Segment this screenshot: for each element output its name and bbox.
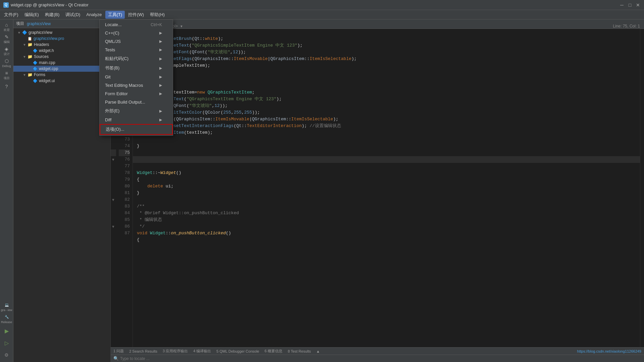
status-qml-debug[interactable]: 5 QML Debugger Console xyxy=(216,349,259,353)
cpp-arrow: ▶ xyxy=(159,31,162,35)
csdn-link[interactable]: https://blog.csdn.net/xiaolong11266249 xyxy=(577,349,641,353)
app-icon: Q xyxy=(3,2,9,8)
window-controls: ─ □ ✕ xyxy=(619,2,641,8)
sidebar-welcome[interactable]: ⌂ 欢迎 xyxy=(1,21,12,32)
text-editing-arrow: ▶ xyxy=(159,83,162,87)
menu-bar: 文件(F) 编辑(E) 构建(B) 调试(D) Analyze 工具(T) 控件… xyxy=(0,10,644,19)
qmljs-arrow: ▶ xyxy=(159,39,162,44)
build-icon: ⚙ xyxy=(4,352,10,358)
tree-pro-file[interactable]: 📋 graphicsView.pro xyxy=(13,36,110,42)
tree-widget-h[interactable]: 🔷 widget.h xyxy=(13,48,110,54)
status-expand[interactable]: ▲ xyxy=(316,349,320,353)
external-label: 外部(E) xyxy=(105,108,119,114)
sidebar-debug[interactable]: ⬡ Debug xyxy=(1,57,12,68)
form-editor-label: Form Editor xyxy=(105,91,128,96)
widget-h-icon: 🔷 xyxy=(33,49,38,53)
menu-help[interactable]: 帮助(H) xyxy=(147,11,167,19)
paste-code-arrow: ▶ xyxy=(159,57,162,61)
tests-label: Tests xyxy=(105,47,115,52)
code-content[interactable]: pleTextItem->setBrush(Qt::white); pleTex… xyxy=(133,29,640,347)
paste-code-label: 粘贴代码(C) xyxy=(105,56,128,62)
root-toggle[interactable]: ▼ xyxy=(17,31,21,35)
status-app-output[interactable]: 3 应用程序输出 xyxy=(163,349,188,354)
menu-bookmark[interactable]: 书签(B) ▶ xyxy=(100,63,173,73)
sidebar-project[interactable]: ≡ 项目 xyxy=(1,69,12,80)
menu-cpp[interactable]: C++(C) ▶ xyxy=(100,29,173,37)
close-button[interactable]: ✕ xyxy=(635,2,641,8)
menu-paste-code[interactable]: 粘贴代码(C) ▶ xyxy=(100,54,173,63)
menu-qmljs[interactable]: QML/JS ▶ xyxy=(100,37,173,46)
tree-forms-folder[interactable]: ▼ 📁 Forms xyxy=(13,72,110,78)
menu-text-editing[interactable]: Text Editing Macros ▶ xyxy=(100,81,173,89)
menu-options[interactable]: 选项(O)... xyxy=(100,124,173,135)
menu-external[interactable]: 外部(E) ▶ xyxy=(100,106,173,116)
options-label: 选项(O)... xyxy=(106,126,124,132)
project-dropdown[interactable]: graphicsView xyxy=(27,21,104,26)
menu-analyze[interactable]: Analyze xyxy=(84,11,104,18)
menu-tests[interactable]: Tests ▶ xyxy=(100,46,173,54)
menu-control[interactable]: 控件(W) xyxy=(125,11,147,19)
project-tree: ▼ 🔷 graphicsView 📋 graphicsView.pro ▼ 📁 … xyxy=(13,28,110,362)
status-test[interactable]: 8 Test Results xyxy=(288,349,311,353)
headers-label: Headers xyxy=(34,42,49,47)
root-label: graphicsView xyxy=(29,30,52,35)
tree-headers-folder[interactable]: ▼ 📁 Headers xyxy=(13,42,110,48)
edit-icon: ✎ xyxy=(4,34,10,40)
headers-toggle[interactable]: ▼ xyxy=(23,43,26,47)
sidebar-design[interactable]: ◈ 设计 xyxy=(1,45,12,56)
menu-diff[interactable]: Diff ▶ xyxy=(100,116,173,124)
menu-edit[interactable]: 编辑(E) xyxy=(22,11,42,19)
editor-tabs: widget.cpp ✕ <Select Symbol> ▼ Line: 75,… xyxy=(111,19,644,29)
run-button[interactable]: ▶ xyxy=(1,325,12,337)
root-icon: 🔷 xyxy=(22,30,27,35)
tree-root[interactable]: ▼ 🔷 graphicsView xyxy=(13,29,110,36)
kit-label: gra···iew xyxy=(1,309,12,312)
qmljs-label: QML/JS xyxy=(105,39,121,44)
menu-locate[interactable]: Locate... Ctrl+K xyxy=(100,20,173,29)
menu-parse-build[interactable]: Parse Build Output... xyxy=(100,98,173,106)
locate-shortcut: Ctrl+K xyxy=(151,22,162,27)
status-search[interactable]: 2 Search Results xyxy=(129,349,157,353)
minimize-button[interactable]: ─ xyxy=(619,2,625,8)
debug-run-button[interactable]: ▷ xyxy=(1,337,12,349)
project-header: 项目 graphicsView ▼ xyxy=(13,19,110,28)
debug-label: Debug xyxy=(2,65,11,68)
design-label: 设计 xyxy=(4,53,10,56)
tools-dropdown: Locate... Ctrl+K C++(C) ▶ QML/JS ▶ Tests… xyxy=(99,19,173,136)
search-icon: 🔍 xyxy=(113,356,119,361)
kit-selector[interactable]: 💻 gra···iew xyxy=(1,301,12,312)
window-title: widget.cpp @ graphicsView - Qt Creator xyxy=(11,2,619,7)
symbol-dropdown-arrow[interactable]: ▼ xyxy=(180,24,183,28)
menu-git[interactable]: Git ▶ xyxy=(100,73,173,81)
tree-main-cpp[interactable]: 🔷 main.cpp xyxy=(13,60,110,66)
tests-arrow: ▶ xyxy=(159,48,162,52)
locate-input[interactable] xyxy=(120,356,187,361)
code-editor[interactable]: ▼ ▼ ▼ ▼ . . xyxy=(111,29,644,347)
bookmark-arrow: ▶ xyxy=(159,66,162,70)
status-compile[interactable]: 4 编译输出 xyxy=(193,349,211,354)
tree-widget-cpp[interactable]: 🔷 widget.cpp xyxy=(13,66,110,72)
menu-file[interactable]: 文件(F) xyxy=(1,11,21,19)
tree-widget-ui[interactable]: 🔷 widget.ui xyxy=(13,78,110,84)
project-panel: 项目 graphicsView ▼ ▼ 🔷 graphicsView 📋 gra… xyxy=(13,19,111,362)
tree-sources-folder[interactable]: ▼ 📁 Sources xyxy=(13,54,110,60)
build-config[interactable]: 🔧 Release xyxy=(1,313,12,324)
widget-ui-icon: 🔷 xyxy=(33,79,38,83)
status-general[interactable]: 6 概要信息 xyxy=(265,349,282,354)
menu-build[interactable]: 构建(B) xyxy=(42,11,62,19)
sources-toggle[interactable]: ▼ xyxy=(23,55,26,59)
menu-tools[interactable]: 工具(T) xyxy=(105,11,125,19)
locate-bar: 🔍 xyxy=(111,355,644,362)
status-issues[interactable]: 1 问题 xyxy=(113,349,124,354)
build-config-icon: 🔧 xyxy=(4,314,10,320)
menu-debug[interactable]: 调试(D) xyxy=(63,11,83,19)
sidebar-help[interactable]: ? xyxy=(1,81,12,93)
main-cpp-label: main.cpp xyxy=(39,60,55,65)
build-button[interactable]: ⚙ xyxy=(1,349,12,361)
maximize-button[interactable]: □ xyxy=(627,2,633,8)
sidebar-edit[interactable]: ✎ 编辑 xyxy=(1,33,12,44)
line-info: Line: 75, Col: 1 xyxy=(609,24,644,28)
menu-form-editor[interactable]: Form Editor ▶ xyxy=(100,89,173,98)
forms-toggle[interactable]: ▼ xyxy=(23,73,26,77)
right-scrollbar[interactable] xyxy=(640,29,644,347)
